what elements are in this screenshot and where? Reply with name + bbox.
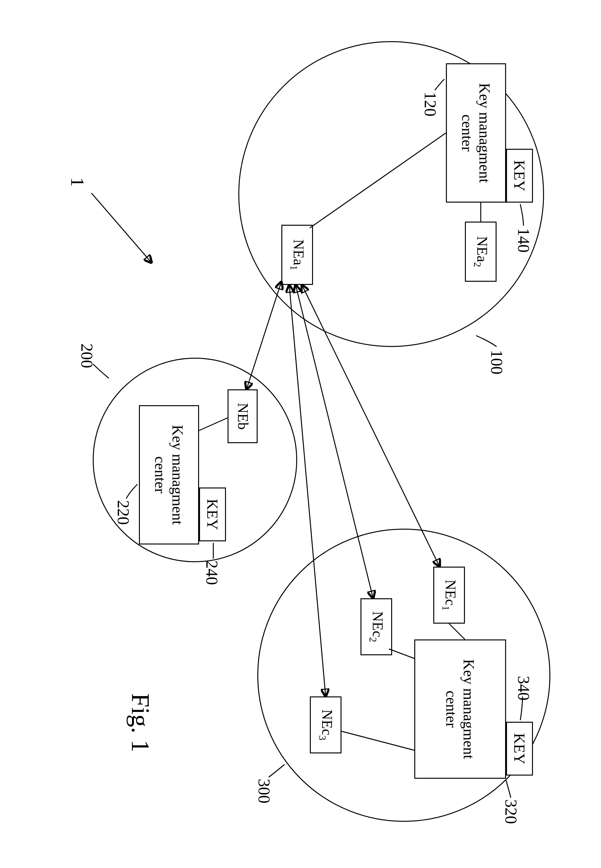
ref-220: 220 bbox=[114, 500, 133, 525]
node-nec2-text: NEc2 bbox=[367, 611, 386, 642]
kmc-a-label: Key managment center bbox=[459, 66, 493, 200]
node-neb-text: NEb bbox=[234, 403, 251, 430]
node-nec3: NEc3 bbox=[310, 696, 342, 754]
kmc-c-label: Key managment center bbox=[443, 642, 477, 776]
key-b-label: KEY bbox=[204, 499, 221, 530]
node-nec1: NEc1 bbox=[433, 567, 465, 624]
node-nec3-text: NEc3 bbox=[316, 709, 335, 740]
ref-arrow-1-label: 1 bbox=[66, 177, 88, 187]
node-nea1: NEa1 bbox=[281, 225, 313, 285]
ref-320: 320 bbox=[502, 799, 520, 824]
node-neb: NEb bbox=[227, 389, 258, 443]
ref-340: 340 bbox=[514, 676, 533, 700]
ref-140: 140 bbox=[514, 228, 533, 253]
svg-line-10 bbox=[92, 193, 152, 263]
key-c: KEY bbox=[506, 722, 533, 776]
key-b: KEY bbox=[199, 488, 226, 541]
node-nea2-text: NEa2 bbox=[471, 236, 490, 267]
key-a: KEY bbox=[506, 149, 533, 203]
kmc-c: Key managment center bbox=[414, 639, 506, 779]
diagram-canvas: Key managment center KEY NEa2 NEa1 Key m… bbox=[0, 0, 601, 868]
key-c-label: KEY bbox=[511, 733, 528, 764]
node-nec2: NEc2 bbox=[360, 598, 392, 655]
kmc-a: Key managment center bbox=[446, 63, 506, 203]
node-nea2: NEa2 bbox=[465, 221, 497, 282]
figure-label: Fig. 1 bbox=[126, 693, 155, 752]
node-nea1-text: NEa1 bbox=[288, 240, 307, 270]
ref-120: 120 bbox=[421, 92, 439, 116]
ref-100: 100 bbox=[487, 350, 506, 374]
ref-300: 300 bbox=[255, 779, 273, 804]
svg-line-9 bbox=[247, 282, 281, 389]
ref-240: 240 bbox=[203, 560, 221, 585]
kmc-b: Key managment center bbox=[139, 405, 199, 545]
kmc-b-label: Key managment center bbox=[152, 408, 186, 542]
domain-c-circle bbox=[257, 529, 551, 822]
key-a-label: KEY bbox=[511, 160, 528, 192]
node-nec1-text: NEc1 bbox=[439, 580, 458, 611]
ref-200: 200 bbox=[78, 343, 96, 368]
